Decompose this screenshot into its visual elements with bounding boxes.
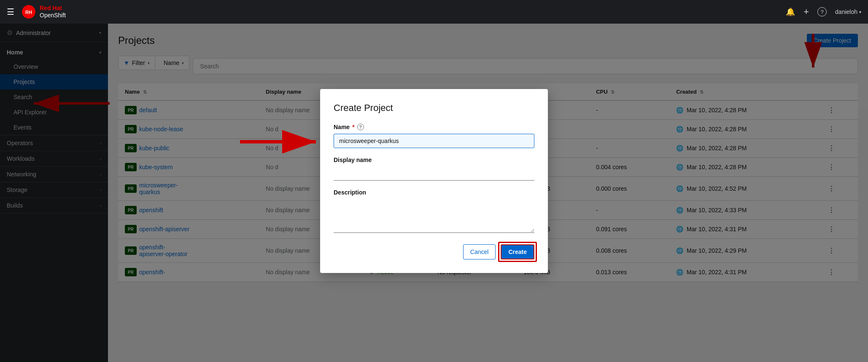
name-field-label: Name * ? xyxy=(334,124,534,130)
hamburger-menu-icon[interactable]: ☰ xyxy=(7,7,14,17)
redhat-logo-icon: RH xyxy=(21,4,36,19)
svg-text:RH: RH xyxy=(25,10,32,15)
description-label: Description xyxy=(334,189,534,196)
description-input[interactable] xyxy=(334,199,534,233)
display-name-input[interactable] xyxy=(334,167,534,181)
name-field-group: Name * ? xyxy=(334,124,534,148)
help-icon[interactable]: ? xyxy=(817,7,827,16)
modal-create-button[interactable]: Create xyxy=(501,244,534,259)
display-name-field-group: Display name xyxy=(334,157,534,181)
cancel-button[interactable]: Cancel xyxy=(463,244,496,259)
name-help-icon[interactable]: ? xyxy=(357,124,364,130)
brand-logo: RH Red Hat OpenShift xyxy=(21,4,66,19)
user-name: danieloh xyxy=(835,8,857,15)
modal-footer: Cancel Create xyxy=(334,244,534,259)
project-name-input[interactable] xyxy=(334,134,534,148)
create-btn-wrapper: Create xyxy=(501,244,534,259)
add-icon[interactable]: + xyxy=(803,6,809,17)
required-star: * xyxy=(352,124,354,130)
description-field-group: Description xyxy=(334,189,534,234)
user-caret-icon: ▾ xyxy=(859,10,861,14)
user-menu[interactable]: danieloh ▾ xyxy=(835,8,861,15)
create-project-modal: Create Project Name * ? Display name Des… xyxy=(320,89,548,273)
notifications-icon[interactable]: 🔔 xyxy=(786,7,795,16)
modal-title: Create Project xyxy=(334,103,534,113)
brand-name: Red Hat OpenShift xyxy=(40,5,66,19)
top-navigation: ☰ RH Red Hat OpenShift 🔔 + ? danieloh ▾ xyxy=(0,0,868,24)
display-name-label: Display name xyxy=(334,157,534,163)
